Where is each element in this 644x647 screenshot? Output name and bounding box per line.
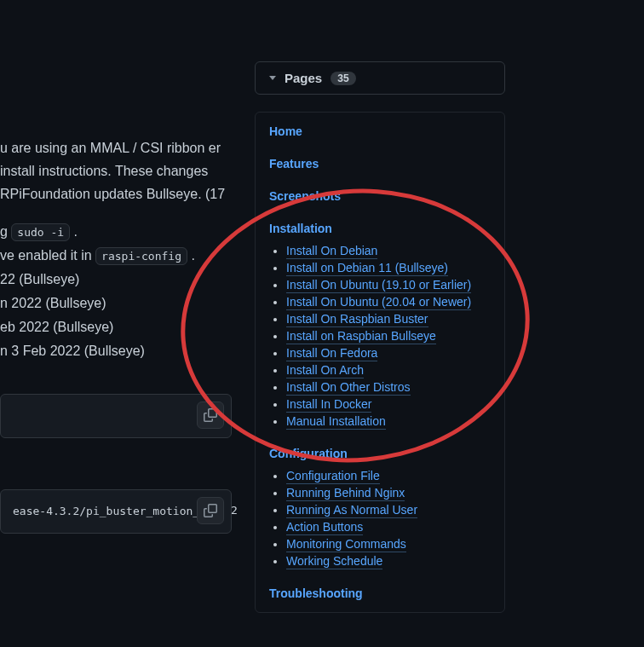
nav-install-ubuntu-new[interactable]: Install On Ubuntu (20.04 or Newer) bbox=[286, 295, 471, 310]
code-text-tail: 2 bbox=[231, 504, 238, 517]
pages-dropdown[interactable]: Pages 35 bbox=[255, 61, 505, 95]
list-item: Running Behind Nginx bbox=[286, 486, 491, 500]
list-item: Install On Ubuntu (19.10 or Earlier) bbox=[286, 278, 491, 292]
installation-list: Install On Debian Install on Debian 11 (… bbox=[286, 244, 491, 428]
copy-button[interactable] bbox=[197, 497, 224, 524]
list-item: Install On Fedora bbox=[286, 346, 491, 360]
main-article: u are using an MMAL / CSI ribbon er inst… bbox=[0, 136, 239, 534]
nav-troubleshooting[interactable]: Troubleshooting bbox=[269, 586, 491, 600]
code-block-1 bbox=[0, 394, 232, 438]
paragraph-text: u are using an MMAL / CSI ribbon er inst… bbox=[0, 136, 232, 206]
nav-home[interactable]: Home bbox=[269, 124, 491, 138]
nav-config-monitoring[interactable]: Monitoring Commands bbox=[286, 537, 406, 552]
code-block-2: ease-4.3.2/pi_buster_motion_ 2 bbox=[0, 489, 232, 534]
list-item: n 2022 (Bullseye) bbox=[0, 292, 232, 315]
code-line-raspi: ve enabled it in raspi-config . bbox=[0, 244, 232, 268]
text-fragment: . bbox=[187, 248, 195, 263]
list-item: n 3 Feb 2022 (Bullseye) bbox=[0, 339, 232, 363]
inline-code-raspi: raspi-config bbox=[95, 247, 187, 265]
list-item: Install On Ubuntu (20.04 or Newer) bbox=[286, 295, 491, 309]
copy-icon bbox=[204, 504, 217, 517]
list-item: Install On Other Distros bbox=[286, 380, 491, 394]
list-item: Install On Debian bbox=[286, 244, 491, 257]
nav-config-action-buttons[interactable]: Action Buttons bbox=[286, 520, 363, 535]
list-item: Manual Installation bbox=[286, 414, 491, 428]
nav-features[interactable]: Features bbox=[269, 157, 491, 170]
nav-install-debian11[interactable]: Install on Debian 11 (Bullseye) bbox=[286, 261, 448, 276]
list-item: Monitoring Commands bbox=[286, 537, 491, 551]
nav-installation[interactable]: Installation bbox=[269, 222, 491, 235]
code-text: ease-4.3.2/pi_buster_motion_ bbox=[13, 505, 199, 517]
nav-config-schedule[interactable]: Working Schedule bbox=[286, 554, 382, 569]
list-item: Install In Docker bbox=[286, 397, 491, 411]
inline-code-sudo: sudo -i bbox=[11, 223, 70, 241]
copy-button[interactable] bbox=[197, 401, 224, 429]
list-item: Configuration File bbox=[286, 469, 491, 482]
nav-config-nginx[interactable]: Running Behind Nginx bbox=[286, 486, 405, 501]
chevron-down-icon bbox=[269, 76, 276, 80]
nav-install-debian[interactable]: Install On Debian bbox=[286, 244, 377, 259]
text-fragment: . bbox=[70, 224, 78, 239]
pages-count-badge: 35 bbox=[331, 72, 355, 85]
code-line-sudo: g sudo -i . bbox=[0, 220, 232, 244]
nav-install-raspbian-bullseye[interactable]: Install on Raspbian Bullseye bbox=[286, 329, 436, 344]
pages-label: Pages bbox=[285, 71, 322, 85]
nav-install-fedora[interactable]: Install On Fedora bbox=[286, 346, 377, 361]
list-item: eb 2022 (Bullseye) bbox=[0, 315, 232, 339]
sidebar: Pages 35 Home Features Screenshots Insta… bbox=[255, 61, 505, 613]
nav-configuration[interactable]: Configuration bbox=[269, 447, 491, 460]
nav-install-arch[interactable]: Install On Arch bbox=[286, 363, 364, 378]
list-item: Install on Debian 11 (Bullseye) bbox=[286, 261, 491, 274]
list-item: 22 (Bullseye) bbox=[0, 268, 232, 292]
list-item: Install on Raspbian Bullseye bbox=[286, 329, 491, 343]
copy-icon bbox=[204, 408, 217, 422]
nav-install-manual[interactable]: Manual Installation bbox=[286, 414, 386, 430]
nav-install-raspbian-buster[interactable]: Install On Raspbian Buster bbox=[286, 312, 428, 327]
list-item: Install On Arch bbox=[286, 363, 491, 377]
list-item: Working Schedule bbox=[286, 554, 491, 568]
nav-screenshots[interactable]: Screenshots bbox=[269, 189, 491, 203]
nav-install-ubuntu-old[interactable]: Install On Ubuntu (19.10 or Earlier) bbox=[286, 278, 471, 293]
nav-config-file[interactable]: Configuration File bbox=[286, 469, 380, 484]
nav-install-other[interactable]: Install On Other Distros bbox=[286, 380, 411, 396]
sidebar-nav: Home Features Screenshots Installation I… bbox=[255, 112, 505, 613]
nav-install-docker[interactable]: Install In Docker bbox=[286, 397, 371, 413]
text-fragment: g bbox=[0, 224, 11, 239]
list-item: Action Buttons bbox=[286, 520, 491, 534]
nav-config-normal-user[interactable]: Running As Normal User bbox=[286, 503, 417, 518]
text-fragment: ve enabled it in bbox=[0, 248, 95, 263]
configuration-list: Configuration File Running Behind Nginx … bbox=[286, 469, 491, 568]
list-item: Running As Normal User bbox=[286, 503, 491, 517]
list-item: Install On Raspbian Buster bbox=[286, 312, 491, 326]
